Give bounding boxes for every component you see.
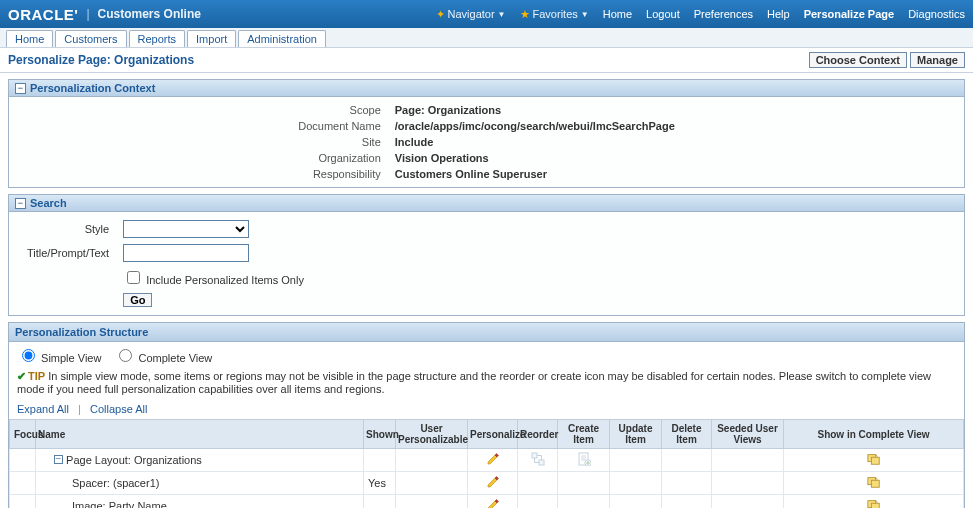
structure-panel: Personalization Structure Simple View Co…: [8, 322, 965, 508]
title-prompt-label: Title/Prompt/Text: [21, 242, 115, 264]
navigator-menu[interactable]: ✦ Navigator ▼: [436, 8, 506, 21]
create-item-icon: [577, 456, 591, 468]
collapse-icon[interactable]: −: [15, 198, 26, 209]
oracle-logo-text: ORACLE': [8, 6, 78, 23]
show-in-complete-view-icon[interactable]: [867, 456, 881, 468]
col-userpers: User Personalizable: [396, 420, 468, 449]
context-value: Page: Organizations: [389, 103, 681, 117]
expand-collapse-icon[interactable]: [54, 455, 63, 464]
caret-down-icon: ▼: [581, 10, 589, 19]
include-personalized-checkbox[interactable]: [127, 271, 140, 284]
simple-view-radio[interactable]: [22, 349, 35, 362]
collapse-icon[interactable]: −: [15, 83, 26, 94]
context-value: Customers Online Superuser: [389, 167, 681, 181]
caret-down-icon: ▼: [498, 10, 506, 19]
style-label: Style: [21, 218, 115, 240]
table-row: Spacer: (spacer1)Yes: [10, 472, 964, 495]
title-prompt-input[interactable]: [123, 244, 249, 262]
page-title: Personalize Page: Organizations: [8, 53, 194, 67]
expand-all-link[interactable]: Expand All: [17, 403, 69, 415]
personalize-page-link[interactable]: Personalize Page: [804, 8, 895, 20]
structure-table: Focus Name Shown User Personalizable Per…: [9, 419, 964, 508]
navigator-icon: ✦: [436, 8, 445, 21]
context-value: Include: [389, 135, 681, 149]
include-personalized-checkbox-label[interactable]: Include Personalized Items Only: [123, 274, 304, 286]
context-label: Document Name: [292, 119, 387, 133]
context-panel: − Personalization Context ScopePage: Org…: [8, 79, 965, 188]
manage-button[interactable]: Manage: [910, 52, 965, 68]
context-label: Organization: [292, 151, 387, 165]
col-showcomplete: Show in Complete View: [784, 420, 964, 449]
col-createitem: Create Item: [558, 420, 610, 449]
col-reorder: Reorder: [518, 420, 558, 449]
col-updateitem: Update Item: [610, 420, 662, 449]
check-icon: ✔: [17, 370, 26, 382]
brand-block: ORACLE' | Customers Online: [8, 6, 201, 23]
favorites-menu[interactable]: ★ Favorites ▼: [520, 8, 589, 21]
global-links: ✦ Navigator ▼ ★ Favorites ▼ Home Logout …: [436, 8, 965, 21]
view-mode-row: Simple View Complete View: [9, 342, 964, 368]
col-name: Name: [36, 420, 364, 449]
favorites-icon: ★: [520, 8, 530, 21]
logout-link[interactable]: Logout: [646, 8, 680, 20]
tab-reports[interactable]: Reports: [129, 30, 186, 47]
preferences-link[interactable]: Preferences: [694, 8, 753, 20]
app-title: Customers Online: [98, 7, 201, 21]
pencil-icon[interactable]: [487, 478, 499, 490]
choose-context-button[interactable]: Choose Context: [809, 52, 907, 68]
page-header: Personalize Page: Organizations Choose C…: [0, 48, 973, 73]
show-in-complete-view-icon[interactable]: [867, 502, 881, 508]
diagnostics-link[interactable]: Diagnostics: [908, 8, 965, 20]
search-panel: − Search Style Title/Prompt/Text Include…: [8, 194, 965, 316]
node-name: Page Layout: Organizations: [66, 454, 202, 466]
go-button[interactable]: Go: [123, 293, 152, 307]
simple-view-radio-label[interactable]: Simple View: [17, 352, 104, 364]
collapse-all-link[interactable]: Collapse All: [90, 403, 147, 415]
tab-customers[interactable]: Customers: [55, 30, 126, 47]
style-select[interactable]: [123, 220, 249, 238]
complete-view-radio[interactable]: [119, 349, 132, 362]
tab-home[interactable]: Home: [6, 30, 53, 47]
show-in-complete-view-icon[interactable]: [867, 479, 881, 491]
tip-text: In simple view mode, some items or regio…: [17, 370, 931, 395]
col-shown: Shown: [364, 420, 396, 449]
shown-value: [364, 495, 396, 509]
table-row: Page Layout: Organizations: [10, 449, 964, 472]
context-label: Scope: [292, 103, 387, 117]
tab-import[interactable]: Import: [187, 30, 236, 47]
tip-label: TIP: [28, 370, 45, 382]
global-header: ORACLE' | Customers Online ✦ Navigator ▼…: [0, 0, 973, 28]
context-value: /oracle/apps/imc/ocong/search/webui/ImcS…: [389, 119, 681, 133]
primary-tabs: Home Customers Reports Import Administra…: [0, 28, 973, 48]
reorder-icon: [531, 456, 545, 468]
tab-administration[interactable]: Administration: [238, 30, 326, 47]
node-name: Image: Party Name: [72, 500, 167, 508]
table-row: Image: Party Name: [10, 495, 964, 509]
col-deleteitem: Delete Item: [662, 420, 712, 449]
structure-panel-header: Personalization Structure: [9, 323, 964, 342]
context-label: Responsibility: [292, 167, 387, 181]
home-link[interactable]: Home: [603, 8, 632, 20]
search-panel-header[interactable]: − Search: [9, 195, 964, 212]
col-seeded: Seeded User Views: [712, 420, 784, 449]
context-panel-header[interactable]: − Personalization Context: [9, 80, 964, 97]
pencil-icon[interactable]: [487, 501, 499, 508]
col-personalize: Personalize: [468, 420, 518, 449]
pencil-icon[interactable]: [487, 455, 499, 467]
context-label: Site: [292, 135, 387, 149]
tip-row: ✔TIP In simple view mode, some items or …: [9, 368, 964, 401]
shown-value: [364, 449, 396, 472]
node-name: Spacer: (spacer1): [72, 477, 159, 489]
shown-value: Yes: [364, 472, 396, 495]
complete-view-radio-label[interactable]: Complete View: [114, 352, 212, 364]
context-table: ScopePage: OrganizationsDocument Name/or…: [290, 101, 683, 183]
col-focus: Focus: [10, 420, 36, 449]
help-link[interactable]: Help: [767, 8, 790, 20]
context-value: Vision Operations: [389, 151, 681, 165]
